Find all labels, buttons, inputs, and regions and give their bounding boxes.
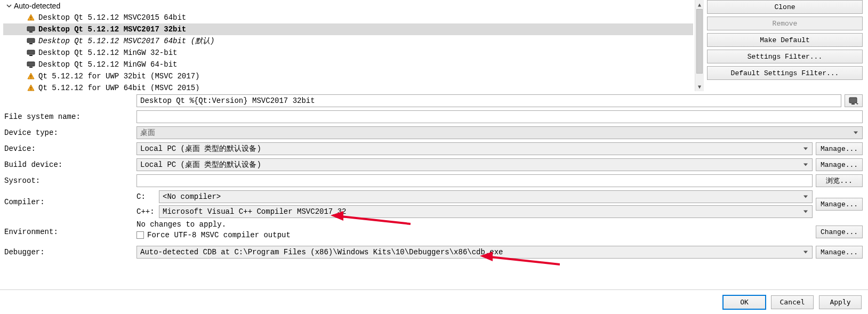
tree-group-label: Auto-detected [14, 2, 60, 10]
ok-button[interactable]: OK [723, 295, 766, 309]
kit-icon-picker-button[interactable] [845, 94, 863, 107]
device-type-label: Device type: [3, 128, 136, 137]
sysroot-browse-button[interactable]: 浏览... [816, 174, 863, 187]
kit-row[interactable]: Desktop Qt 5.12.12 MSVC2017 32bit [3, 23, 693, 35]
tree-group-autodetected[interactable]: Auto-detected [3, 0, 693, 12]
kits-tree-wrap: Auto-detected Desktop Qt 5.12.12 MSVC201… [0, 0, 704, 91]
svg-rect-3 [29, 31, 33, 33]
row-sysroot: Sysroot: 浏览... [3, 174, 863, 187]
apply-button[interactable]: Apply [819, 295, 862, 309]
warning-icon [27, 85, 35, 91]
compiler-c-select[interactable]: <No compiler> [159, 190, 813, 203]
warning-icon [27, 73, 35, 79]
debugger-manage-button[interactable]: Manage... [816, 246, 863, 259]
kit-row[interactable]: Desktop Qt 5.12.12 MSVC2017 64bit (默认) [3, 35, 693, 47]
environment-change-button[interactable]: Change... [816, 226, 863, 238]
environment-label: Environment: [3, 220, 136, 236]
build-device-select[interactable]: Local PC (桌面 类型的默认设备) [136, 158, 813, 171]
make-default-button[interactable]: Make Default [707, 33, 863, 47]
environment-status: No changes to apply. [136, 220, 813, 229]
scroll-down-icon[interactable]: ▼ [695, 82, 704, 91]
compiler-cpp-select[interactable]: Microsoft Visual C++ Compiler MSVC2017_3… [159, 205, 813, 218]
svg-rect-2 [27, 27, 35, 31]
monitor-icon [27, 50, 35, 56]
chevron-down-icon[interactable] [5, 2, 13, 10]
kit-row[interactable]: Qt 5.12.12 for UWP 32bit (MSVC 2017) [3, 70, 693, 82]
kit-label: Desktop Qt 5.12.12 MinGW 64-bit [38, 60, 177, 69]
svg-rect-14 [849, 98, 857, 103]
tree-scrollbar[interactable]: ▲ ▼ [695, 0, 704, 91]
device-select[interactable]: Local PC (桌面 类型的默认设备) [136, 142, 813, 155]
compiler-c-label: C: [136, 192, 155, 201]
svg-rect-1 [30, 19, 31, 20]
svg-rect-15 [851, 103, 855, 104]
debugger-label: Debugger: [3, 248, 136, 256]
kit-details-form: Desktop Qt %{Qt:Version} MSVC2017 32bit … [0, 91, 868, 263]
debugger-select[interactable]: Auto-detected CDB at C:\Program Files (x… [136, 246, 813, 259]
force-utf8-checkbox[interactable] [136, 231, 144, 239]
svg-rect-4 [27, 38, 35, 43]
monitor-icon [27, 38, 35, 44]
svg-rect-13 [30, 90, 31, 90]
svg-rect-6 [27, 50, 35, 54]
scroll-track[interactable] [695, 9, 704, 82]
compiler-cpp-label: C++: [136, 207, 155, 216]
fs-name-input[interactable] [136, 110, 863, 123]
kit-row[interactable]: Desktop Qt 5.12.12 MinGW 32-bit [3, 47, 693, 59]
kit-label: Qt 5.12.12 for UWP 64bit (MSVC 2015) [38, 84, 199, 91]
kit-label: Desktop Qt 5.12.12 MSVC2015 64bit [38, 13, 186, 22]
svg-rect-11 [30, 78, 31, 78]
kit-label: Desktop Qt 5.12.12 MinGW 32-bit [38, 49, 177, 57]
name-input[interactable]: Desktop Qt %{Qt:Version} MSVC2017 32bit [136, 94, 841, 107]
monitor-icon [27, 26, 35, 33]
svg-rect-0 [30, 17, 31, 19]
row-build-device: Build device: Local PC (桌面 类型的默认设备) Mana… [3, 158, 863, 171]
fs-name-label: File system name: [3, 112, 136, 121]
compiler-manage-button[interactable]: Manage... [816, 198, 863, 211]
svg-rect-12 [30, 87, 31, 89]
device-manage-button[interactable]: Manage... [816, 142, 863, 155]
row-device: Device: Local PC (桌面 类型的默认设备) Manage... [3, 142, 863, 155]
svg-rect-8 [27, 62, 35, 66]
kit-row[interactable]: Qt 5.12.12 for UWP 64bit (MSVC 2015) [3, 82, 693, 91]
right-button-column: Clone Remove Make Default Settings Filte… [704, 0, 868, 91]
monitor-icon [27, 61, 35, 68]
remove-button: Remove [707, 17, 863, 30]
force-utf8-label: Force UTF-8 MSVC compiler output [147, 231, 291, 239]
row-name: Desktop Qt %{Qt:Version} MSVC2017 32bit [3, 94, 863, 107]
clone-button[interactable]: Clone [707, 0, 863, 14]
warning-icon [27, 14, 35, 21]
row-environment: Environment: No changes to apply. Force … [3, 220, 863, 244]
cancel-button[interactable]: Cancel [771, 295, 814, 309]
kits-tree[interactable]: Auto-detected Desktop Qt 5.12.12 MSVC201… [0, 0, 693, 91]
sysroot-input[interactable] [136, 174, 813, 187]
svg-rect-7 [29, 55, 33, 56]
row-debugger: Debugger: Auto-detected CDB at C:\Progra… [3, 246, 863, 259]
device-type-select[interactable]: 桌面 [136, 126, 863, 139]
build-device-manage-button[interactable]: Manage... [816, 158, 863, 171]
scroll-up-icon[interactable]: ▲ [695, 0, 704, 9]
row-fs-name: File system name: [3, 110, 863, 123]
svg-rect-5 [29, 43, 33, 44]
svg-rect-10 [30, 75, 31, 77]
kit-label: Desktop Qt 5.12.12 MSVC2017 32bit [38, 25, 186, 34]
svg-rect-9 [29, 67, 33, 68]
kit-row[interactable]: Desktop Qt 5.12.12 MSVC2015 64bit [3, 12, 693, 23]
top-area: Auto-detected Desktop Qt 5.12.12 MSVC201… [0, 0, 868, 91]
device-label: Device: [3, 144, 136, 153]
compiler-label: Compiler: [3, 190, 136, 206]
kit-label: Qt 5.12.12 for UWP 32bit (MSVC 2017) [38, 72, 199, 80]
row-device-type: Device type: 桌面 [3, 126, 863, 139]
kit-row[interactable]: Desktop Qt 5.12.12 MinGW 64-bit [3, 59, 693, 70]
sysroot-label: Sysroot: [3, 176, 136, 185]
default-settings-filter-button[interactable]: Default Settings Filter... [707, 66, 863, 80]
scroll-thumb[interactable] [696, 9, 703, 74]
row-compiler: Compiler: C: <No compiler> C++: Microsof… [3, 190, 863, 218]
build-device-label: Build device: [3, 160, 136, 169]
dialog-button-bar: OK Cancel Apply [0, 289, 868, 314]
settings-filter-button[interactable]: Settings Filter... [707, 50, 863, 63]
kit-label: Desktop Qt 5.12.12 MSVC2017 64bit (默认) [38, 36, 214, 46]
